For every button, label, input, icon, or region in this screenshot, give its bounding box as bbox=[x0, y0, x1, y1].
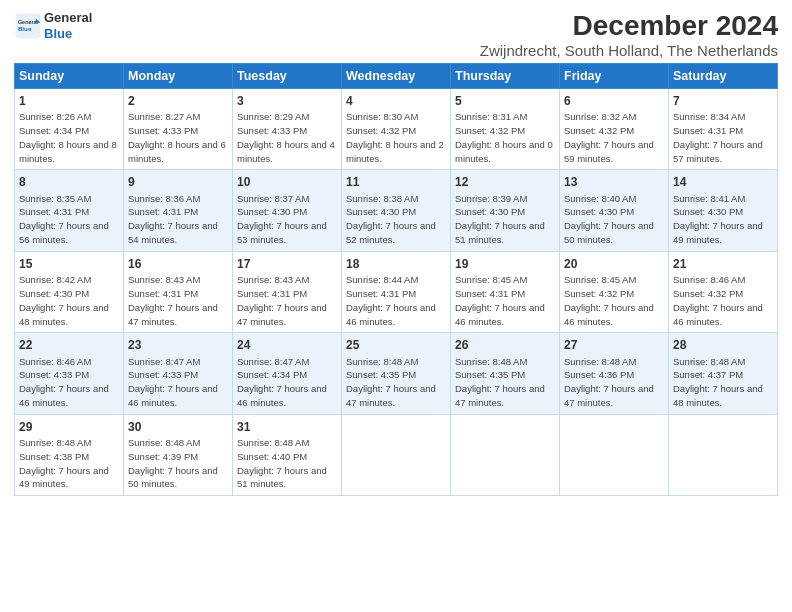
day-number: 2 bbox=[128, 93, 228, 109]
day-number: 5 bbox=[455, 93, 555, 109]
day-number: 7 bbox=[673, 93, 773, 109]
day-cell-3-7: 21Sunrise: 8:46 AMSunset: 4:32 PMDayligh… bbox=[669, 251, 778, 332]
sunrise-info: Sunrise: 8:41 AMSunset: 4:30 PMDaylight:… bbox=[673, 193, 763, 245]
day-number: 18 bbox=[346, 256, 446, 272]
day-number: 8 bbox=[19, 174, 119, 190]
day-cell-1-5: 5Sunrise: 8:31 AMSunset: 4:32 PMDaylight… bbox=[451, 89, 560, 170]
sunrise-info: Sunrise: 8:34 AMSunset: 4:31 PMDaylight:… bbox=[673, 111, 763, 163]
day-cell-5-1: 29Sunrise: 8:48 AMSunset: 4:38 PMDayligh… bbox=[15, 414, 124, 495]
sunrise-info: Sunrise: 8:46 AMSunset: 4:32 PMDaylight:… bbox=[673, 274, 763, 326]
sunrise-info: Sunrise: 8:37 AMSunset: 4:30 PMDaylight:… bbox=[237, 193, 327, 245]
day-number: 1 bbox=[19, 93, 119, 109]
day-number: 12 bbox=[455, 174, 555, 190]
week-row-3: 15Sunrise: 8:42 AMSunset: 4:30 PMDayligh… bbox=[15, 251, 778, 332]
sunrise-info: Sunrise: 8:48 AMSunset: 4:37 PMDaylight:… bbox=[673, 356, 763, 408]
day-cell-2-7: 14Sunrise: 8:41 AMSunset: 4:30 PMDayligh… bbox=[669, 170, 778, 251]
day-cell-1-4: 4Sunrise: 8:30 AMSunset: 4:32 PMDaylight… bbox=[342, 89, 451, 170]
day-cell-1-6: 6Sunrise: 8:32 AMSunset: 4:32 PMDaylight… bbox=[560, 89, 669, 170]
day-cell-5-5 bbox=[451, 414, 560, 495]
sunrise-info: Sunrise: 8:48 AMSunset: 4:36 PMDaylight:… bbox=[564, 356, 654, 408]
day-cell-2-6: 13Sunrise: 8:40 AMSunset: 4:30 PMDayligh… bbox=[560, 170, 669, 251]
sunrise-info: Sunrise: 8:44 AMSunset: 4:31 PMDaylight:… bbox=[346, 274, 436, 326]
day-cell-5-3: 31Sunrise: 8:48 AMSunset: 4:40 PMDayligh… bbox=[233, 414, 342, 495]
sunrise-info: Sunrise: 8:45 AMSunset: 4:31 PMDaylight:… bbox=[455, 274, 545, 326]
sunrise-info: Sunrise: 8:36 AMSunset: 4:31 PMDaylight:… bbox=[128, 193, 218, 245]
day-cell-3-3: 17Sunrise: 8:43 AMSunset: 4:31 PMDayligh… bbox=[233, 251, 342, 332]
day-number: 31 bbox=[237, 419, 337, 435]
day-cell-3-6: 20Sunrise: 8:45 AMSunset: 4:32 PMDayligh… bbox=[560, 251, 669, 332]
day-cell-2-4: 11Sunrise: 8:38 AMSunset: 4:30 PMDayligh… bbox=[342, 170, 451, 251]
day-number: 25 bbox=[346, 337, 446, 353]
week-row-2: 8Sunrise: 8:35 AMSunset: 4:31 PMDaylight… bbox=[15, 170, 778, 251]
day-number: 21 bbox=[673, 256, 773, 272]
day-number: 26 bbox=[455, 337, 555, 353]
sunrise-info: Sunrise: 8:43 AMSunset: 4:31 PMDaylight:… bbox=[237, 274, 327, 326]
day-cell-1-7: 7Sunrise: 8:34 AMSunset: 4:31 PMDaylight… bbox=[669, 89, 778, 170]
day-number: 15 bbox=[19, 256, 119, 272]
sunrise-info: Sunrise: 8:29 AMSunset: 4:33 PMDaylight:… bbox=[237, 111, 335, 163]
sunrise-info: Sunrise: 8:47 AMSunset: 4:34 PMDaylight:… bbox=[237, 356, 327, 408]
day-cell-1-1: 1Sunrise: 8:26 AMSunset: 4:34 PMDaylight… bbox=[15, 89, 124, 170]
week-row-5: 29Sunrise: 8:48 AMSunset: 4:38 PMDayligh… bbox=[15, 414, 778, 495]
calendar-table: SundayMondayTuesdayWednesdayThursdayFrid… bbox=[14, 63, 778, 496]
title-block: December 2024 Zwijndrecht, South Holland… bbox=[480, 10, 778, 59]
day-number: 16 bbox=[128, 256, 228, 272]
day-number: 3 bbox=[237, 93, 337, 109]
logo-text-blue: Blue bbox=[44, 26, 92, 42]
day-cell-2-3: 10Sunrise: 8:37 AMSunset: 4:30 PMDayligh… bbox=[233, 170, 342, 251]
col-header-friday: Friday bbox=[560, 64, 669, 89]
svg-text:Blue: Blue bbox=[18, 25, 32, 32]
logo-icon: General Blue bbox=[14, 12, 42, 40]
day-cell-4-2: 23Sunrise: 8:47 AMSunset: 4:33 PMDayligh… bbox=[124, 333, 233, 414]
sunrise-info: Sunrise: 8:45 AMSunset: 4:32 PMDaylight:… bbox=[564, 274, 654, 326]
day-cell-4-6: 27Sunrise: 8:48 AMSunset: 4:36 PMDayligh… bbox=[560, 333, 669, 414]
sunrise-info: Sunrise: 8:35 AMSunset: 4:31 PMDaylight:… bbox=[19, 193, 109, 245]
logo-text-general: General bbox=[44, 10, 92, 26]
week-row-1: 1Sunrise: 8:26 AMSunset: 4:34 PMDaylight… bbox=[15, 89, 778, 170]
logo: General Blue General Blue bbox=[14, 10, 92, 41]
col-header-sunday: Sunday bbox=[15, 64, 124, 89]
day-number: 4 bbox=[346, 93, 446, 109]
header: General Blue General Blue December 2024 … bbox=[14, 10, 778, 59]
day-number: 14 bbox=[673, 174, 773, 190]
sunrise-info: Sunrise: 8:26 AMSunset: 4:34 PMDaylight:… bbox=[19, 111, 117, 163]
day-number: 24 bbox=[237, 337, 337, 353]
day-cell-3-2: 16Sunrise: 8:43 AMSunset: 4:31 PMDayligh… bbox=[124, 251, 233, 332]
calendar-header-row: SundayMondayTuesdayWednesdayThursdayFrid… bbox=[15, 64, 778, 89]
day-cell-1-2: 2Sunrise: 8:27 AMSunset: 4:33 PMDaylight… bbox=[124, 89, 233, 170]
day-cell-4-5: 26Sunrise: 8:48 AMSunset: 4:35 PMDayligh… bbox=[451, 333, 560, 414]
day-number: 9 bbox=[128, 174, 228, 190]
sunrise-info: Sunrise: 8:32 AMSunset: 4:32 PMDaylight:… bbox=[564, 111, 654, 163]
day-cell-3-5: 19Sunrise: 8:45 AMSunset: 4:31 PMDayligh… bbox=[451, 251, 560, 332]
svg-text:General: General bbox=[18, 19, 39, 25]
day-number: 19 bbox=[455, 256, 555, 272]
main-title: December 2024 bbox=[480, 10, 778, 42]
col-header-thursday: Thursday bbox=[451, 64, 560, 89]
col-header-tuesday: Tuesday bbox=[233, 64, 342, 89]
day-number: 27 bbox=[564, 337, 664, 353]
day-number: 28 bbox=[673, 337, 773, 353]
day-number: 17 bbox=[237, 256, 337, 272]
day-cell-3-4: 18Sunrise: 8:44 AMSunset: 4:31 PMDayligh… bbox=[342, 251, 451, 332]
sunrise-info: Sunrise: 8:48 AMSunset: 4:38 PMDaylight:… bbox=[19, 437, 109, 489]
sunrise-info: Sunrise: 8:48 AMSunset: 4:35 PMDaylight:… bbox=[346, 356, 436, 408]
week-row-4: 22Sunrise: 8:46 AMSunset: 4:33 PMDayligh… bbox=[15, 333, 778, 414]
day-number: 29 bbox=[19, 419, 119, 435]
day-cell-5-4 bbox=[342, 414, 451, 495]
day-cell-4-7: 28Sunrise: 8:48 AMSunset: 4:37 PMDayligh… bbox=[669, 333, 778, 414]
subtitle: Zwijndrecht, South Holland, The Netherla… bbox=[480, 42, 778, 59]
day-cell-5-6 bbox=[560, 414, 669, 495]
day-cell-5-2: 30Sunrise: 8:48 AMSunset: 4:39 PMDayligh… bbox=[124, 414, 233, 495]
sunrise-info: Sunrise: 8:38 AMSunset: 4:30 PMDaylight:… bbox=[346, 193, 436, 245]
day-number: 10 bbox=[237, 174, 337, 190]
sunrise-info: Sunrise: 8:31 AMSunset: 4:32 PMDaylight:… bbox=[455, 111, 553, 163]
day-cell-4-1: 22Sunrise: 8:46 AMSunset: 4:33 PMDayligh… bbox=[15, 333, 124, 414]
day-cell-2-5: 12Sunrise: 8:39 AMSunset: 4:30 PMDayligh… bbox=[451, 170, 560, 251]
col-header-saturday: Saturday bbox=[669, 64, 778, 89]
sunrise-info: Sunrise: 8:47 AMSunset: 4:33 PMDaylight:… bbox=[128, 356, 218, 408]
day-cell-2-1: 8Sunrise: 8:35 AMSunset: 4:31 PMDaylight… bbox=[15, 170, 124, 251]
sunrise-info: Sunrise: 8:48 AMSunset: 4:40 PMDaylight:… bbox=[237, 437, 327, 489]
day-number: 6 bbox=[564, 93, 664, 109]
sunrise-info: Sunrise: 8:43 AMSunset: 4:31 PMDaylight:… bbox=[128, 274, 218, 326]
sunrise-info: Sunrise: 8:40 AMSunset: 4:30 PMDaylight:… bbox=[564, 193, 654, 245]
